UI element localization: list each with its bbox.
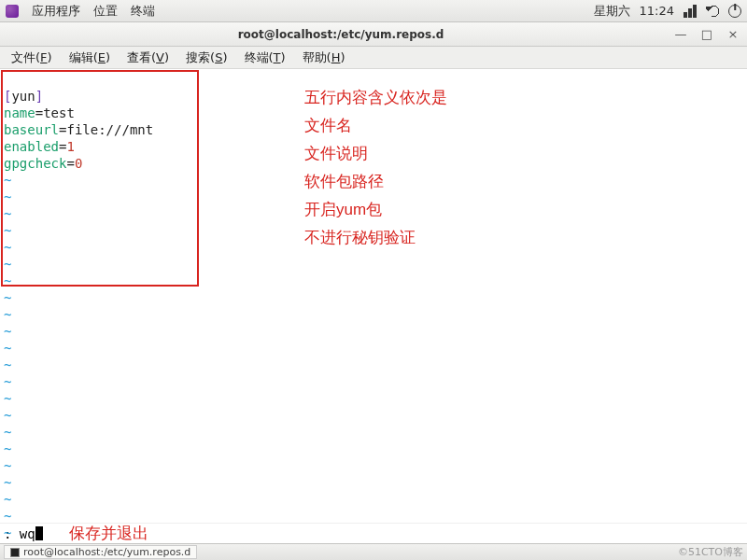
annotation-line-6: 不进行秘钥验证 <box>304 224 447 252</box>
window-title: root@localhost:/etc/yum.repos.d <box>7 28 674 41</box>
window-close-button[interactable]: × <box>726 27 740 41</box>
distro-logo-icon <box>6 5 19 18</box>
window-titlebar[interactable]: root@localhost:/etc/yum.repos.d — □ × <box>0 22 747 47</box>
annotation-explanations: 五行内容含义依次是 文件名 文件说明 软件包路径 开启yum包 不进行秘钥验证 <box>304 84 447 252</box>
volume-icon[interactable] <box>706 5 719 18</box>
menu-file[interactable]: 文件(F) <box>4 48 60 68</box>
gnome-top-panel: 应用程序 位置 终端 星期六 11:24 <box>0 0 747 22</box>
menu-help[interactable]: 帮助(H) <box>295 48 353 68</box>
window-maximize-button[interactable]: □ <box>700 27 713 41</box>
menu-edit[interactable]: 编辑(E) <box>62 48 118 68</box>
annotation-line-1: 五行内容含义依次是 <box>304 84 447 112</box>
power-icon[interactable] <box>728 5 741 18</box>
panel-day-label: 星期六 <box>594 3 630 20</box>
vim-editor-area[interactable]: [yun] name=test baseurl=file:///mnt enab… <box>0 69 747 523</box>
file-content: [yun] name=test baseurl=file:///mnt enab… <box>4 71 153 558</box>
annotation-line-5: 开启yum包 <box>304 196 447 224</box>
window-minimize-button[interactable]: — <box>674 27 687 41</box>
panel-clock[interactable]: 11:24 <box>640 4 674 18</box>
annotation-line-3: 文件说明 <box>304 140 447 168</box>
panel-menu-terminal[interactable]: 终端 <box>131 3 155 20</box>
annotation-line-2: 文件名 <box>304 112 447 140</box>
annotation-line-4: 软件包路径 <box>304 168 447 196</box>
menu-terminal[interactable]: 终端(T) <box>237 48 293 68</box>
menu-view[interactable]: 查看(V) <box>120 48 176 68</box>
watermark-text: ©51CTO博客 <box>678 545 743 559</box>
network-icon[interactable] <box>684 5 697 18</box>
menu-search[interactable]: 搜索(S) <box>178 48 234 68</box>
panel-menu-places[interactable]: 位置 <box>93 3 118 20</box>
terminal-menubar: 文件(F) 编辑(E) 查看(V) 搜索(S) 终端(T) 帮助(H) <box>0 47 747 69</box>
panel-menu-applications[interactable]: 应用程序 <box>32 3 80 20</box>
